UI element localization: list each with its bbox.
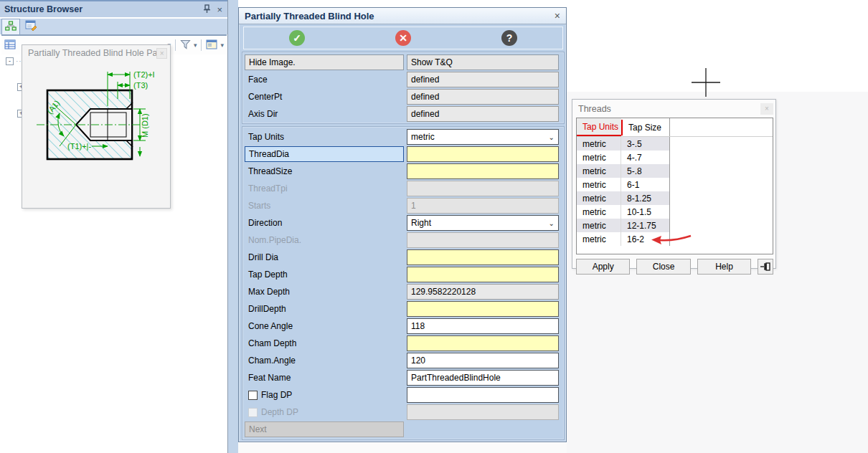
threadsize-label: ThreadSize	[245, 163, 404, 179]
direction-select[interactable]: Right ⌄	[407, 215, 559, 231]
dropdown-chevron-icon[interactable]: ▾	[194, 42, 197, 49]
cancel-button[interactable]: ✕	[395, 30, 411, 46]
threads-titlebar[interactable]: Threads ×	[572, 100, 775, 115]
threadtpi-field	[407, 181, 559, 196]
cone-angle-label: Cone Angle	[245, 318, 404, 334]
show-tq-button[interactable]: Show T&Q	[407, 54, 559, 70]
dialog-titlebar[interactable]: Partially Threaded Blind Hole ×	[239, 8, 566, 24]
cell-tap-units[interactable]: metric	[577, 205, 621, 219]
cone-angle-field[interactable]: 118	[407, 318, 559, 334]
depth-dp-checkbox	[248, 408, 258, 417]
cell-tap-size[interactable]: 8-1.25	[621, 191, 670, 205]
starts-field: 1	[407, 198, 559, 214]
pin-icon[interactable]	[758, 259, 773, 275]
feature-preview-window: Partially Threaded Blind Hole Par... ×	[22, 44, 171, 209]
tap-units-value: metric	[411, 132, 435, 142]
drill-dia-field[interactable]	[407, 249, 559, 265]
tab-tree-view[interactable]	[1, 19, 20, 34]
cham-angle-label: Cham.Angle	[245, 353, 404, 368]
nom-pipedia-field	[407, 232, 559, 248]
depth-dp-text: Depth DP	[261, 407, 298, 417]
threads-title: Threads	[578, 104, 611, 114]
tap-units-label: Tap Units	[245, 129, 404, 145]
filter-funnel-icon[interactable]	[180, 39, 191, 52]
cell-tap-units[interactable]: metric	[577, 178, 621, 191]
cell-tap-size[interactable]: 5-.8	[621, 164, 670, 178]
apply-button[interactable]: Apply	[576, 259, 630, 275]
face-label: Face	[245, 72, 404, 87]
crosshair-cursor	[690, 67, 722, 98]
cell-tap-units[interactable]: metric	[577, 137, 621, 151]
tree-collapse-icon[interactable]: -	[6, 57, 14, 65]
cell-tap-units[interactable]: metric	[577, 164, 621, 178]
tab-form-view[interactable]	[22, 19, 40, 34]
table-row[interactable]: metric 10-1.5	[577, 205, 773, 219]
tap-depth-label: Tap Depth	[245, 267, 404, 282]
close-icon[interactable]: ×	[555, 10, 560, 22]
hide-image-button[interactable]: Hide Image.	[245, 54, 404, 70]
cham-depth-field[interactable]	[407, 335, 559, 351]
dialog-title: Partially Threaded Blind Hole	[245, 11, 374, 22]
dropdown-chevron-icon[interactable]: ▾	[220, 42, 224, 49]
blind-hole-diagram: (T2)+I (T3) M (D1) (T1)+|- (A1)	[22, 59, 170, 204]
red-annotation-arrow	[649, 231, 694, 247]
cell-tap-units[interactable]: metric	[577, 151, 621, 164]
cham-depth-label: Cham Depth	[245, 335, 404, 351]
table-row[interactable]: metric 8-1.25	[577, 191, 773, 205]
pin-icon[interactable]	[203, 4, 211, 15]
workspace-background-bottom	[228, 443, 567, 453]
threaddia-label[interactable]: ThreadDia	[245, 146, 404, 162]
cell-tap-units[interactable]: metric	[577, 232, 621, 246]
dim-label-t2: (T2)+I	[133, 70, 155, 79]
reference-group: Hide Image. Show T&Q Face defined Center…	[242, 52, 565, 124]
close-icon[interactable]: ×	[217, 5, 222, 14]
help-button[interactable]: Help	[697, 259, 751, 275]
feat-name-label: Feat Name	[245, 370, 404, 386]
table-row[interactable]: metric 5-.8	[577, 164, 773, 178]
max-depth-field: 129.9582220128	[407, 284, 559, 300]
close-icon[interactable]: ×	[156, 48, 167, 59]
ok-button[interactable]: ✓	[289, 30, 305, 46]
cell-tap-units[interactable]: metric	[577, 191, 621, 205]
structure-browser-titlebar: Structure Browser ×	[0, 0, 228, 17]
flag-dp-field[interactable]	[407, 387, 559, 403]
cell-tap-size[interactable]: 3-.5	[621, 137, 670, 151]
tap-depth-field[interactable]	[407, 267, 559, 282]
drilldepth-label: DrillDepth	[245, 301, 404, 317]
threaddia-field[interactable]	[407, 146, 559, 162]
help-button[interactable]: ?	[501, 30, 517, 46]
close-button[interactable]: Close	[636, 259, 690, 275]
table-row[interactable]: metric 6-1	[577, 178, 773, 191]
panel-view-icon[interactable]	[206, 39, 217, 52]
tap-units-select[interactable]: metric ⌄	[407, 129, 559, 145]
feat-name-field[interactable]: PartThreadedBlindHole	[407, 370, 559, 386]
chevron-down-icon: ⌄	[549, 133, 555, 141]
partially-threaded-blind-hole-dialog: Partially Threaded Blind Hole × ✓ ✕ ? Hi…	[238, 7, 567, 442]
threadsize-field[interactable]	[407, 163, 559, 179]
face-field[interactable]: defined	[407, 72, 559, 87]
close-icon[interactable]: ×	[760, 103, 773, 115]
properties-table-icon[interactable]	[4, 39, 16, 52]
toolbar-separator	[201, 39, 202, 51]
column-header-tap-units[interactable]: Tap Units	[577, 118, 621, 136]
cell-tap-size[interactable]: 4-.7	[621, 151, 670, 164]
cell-tap-size[interactable]: 10-1.5	[621, 205, 670, 219]
centerpt-field[interactable]: defined	[407, 89, 559, 105]
chevron-down-icon: ⌄	[549, 219, 555, 227]
table-row[interactable]: metric 4-.7	[577, 151, 773, 164]
flag-dp-checkbox[interactable]	[248, 391, 258, 400]
cell-tap-units[interactable]: metric	[577, 219, 621, 232]
cham-angle-field[interactable]: 120	[407, 353, 559, 368]
form-edit-icon	[25, 20, 37, 33]
nom-pipedia-label: Nom.PipeDia.	[245, 232, 404, 248]
dim-label-t1: (T1)+|-	[67, 142, 91, 151]
starts-label: Starts	[245, 198, 404, 214]
cell-tap-size[interactable]: 6-1	[621, 178, 670, 191]
dim-label-t3: (T3)	[133, 81, 148, 90]
axisdir-field[interactable]: defined	[407, 106, 559, 122]
flag-dp-label: Flag DP	[245, 387, 404, 403]
drilldepth-field[interactable]	[407, 301, 559, 317]
table-row[interactable]: metric 3-.5	[577, 137, 773, 151]
column-header-tap-size[interactable]: Tap Size	[623, 118, 670, 136]
threadtpi-label: ThreadTpi	[245, 181, 404, 196]
